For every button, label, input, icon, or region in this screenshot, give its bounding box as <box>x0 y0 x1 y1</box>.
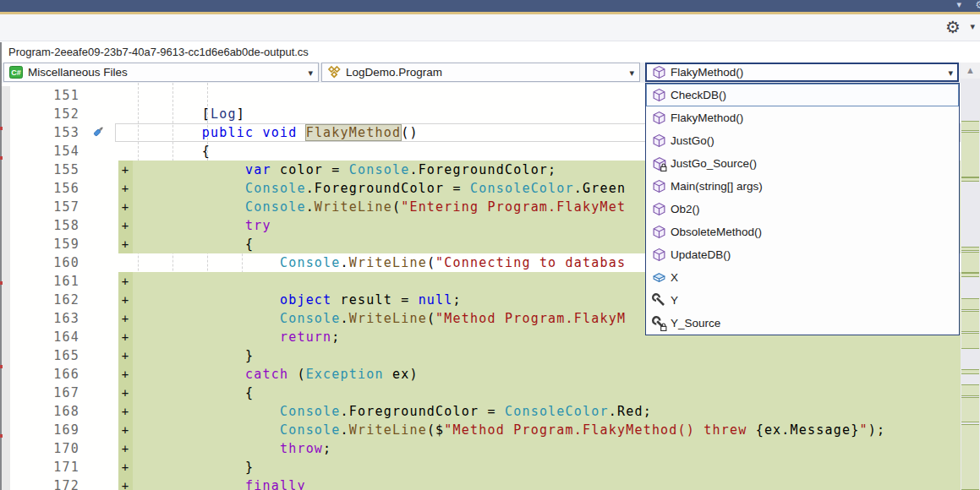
line-number: 154 <box>10 142 85 161</box>
project-dropdown-label: Miscellaneous Files <box>28 66 128 79</box>
vertical-scrollbar[interactable]: ▲ <box>961 63 980 490</box>
dropdown-item-label: FlakyMethod() <box>671 112 743 124</box>
code-text[interactable]: } <box>133 346 961 365</box>
dropdown-item[interactable]: Main(string[] args) <box>646 175 959 198</box>
code-token: ( <box>288 367 305 382</box>
code-token: throw <box>280 441 323 456</box>
dropdown-item[interactable]: ObsoleteMethod() <box>646 220 959 243</box>
code-text[interactable]: { <box>133 384 961 402</box>
code-token: ; <box>453 292 462 308</box>
dropdown-item[interactable]: Y <box>646 289 959 312</box>
code-line[interactable]: 167+ { <box>0 384 961 402</box>
code-token: Console <box>245 181 306 196</box>
code-token <box>133 478 245 490</box>
line-number: 163 <box>10 309 85 328</box>
method-icon <box>651 111 667 126</box>
code-line[interactable]: 170+ throw; <box>0 439 961 458</box>
glyph-margin <box>85 216 118 235</box>
scroll-up-arrow-icon[interactable]: ▲ <box>961 63 980 79</box>
code-line[interactable]: 168+ Console.ForegroundColor = ConsoleCo… <box>0 402 961 421</box>
line-number: 157 <box>10 198 85 216</box>
code-text[interactable]: catch (Exception ex) <box>133 365 961 384</box>
glyph-margin <box>85 291 118 309</box>
dropdown-item[interactable]: CheckDB() <box>646 84 959 106</box>
code-token <box>133 181 245 196</box>
settings-dropdown-arrow-icon[interactable]: ▾ <box>970 21 975 32</box>
code-text[interactable]: } <box>133 458 961 476</box>
member-dropdown[interactable]: FlakyMethod() ▾ <box>645 63 959 82</box>
method-icon <box>651 248 667 263</box>
dropdown-item[interactable]: Ob2() <box>646 198 959 220</box>
glyph-margin <box>85 346 118 365</box>
dropdown-item[interactable]: FlakyMethod() <box>646 106 959 129</box>
code-line[interactable]: 166+ catch (Exception ex) <box>0 365 961 384</box>
chevron-down-icon[interactable]: ▾ <box>956 0 961 10</box>
scrollbar-change-mark <box>961 298 979 310</box>
property-icon <box>651 293 667 308</box>
code-text[interactable]: throw; <box>133 439 961 458</box>
document-header: Program-2eeafe09-23b7-40a7-9613-cc1d6e6a… <box>0 41 980 63</box>
line-number: 165 <box>10 346 85 365</box>
code-token: var <box>245 162 271 177</box>
chevron-down-icon[interactable]: ▾ <box>308 68 313 79</box>
dropdown-item[interactable]: X <box>646 266 959 289</box>
code-token <box>297 125 305 140</box>
code-token <box>133 329 280 345</box>
dropdown-item[interactable]: Y_Source <box>646 312 959 335</box>
dropdown-item[interactable]: JustGo_Source() <box>646 152 959 175</box>
code-token: ; <box>323 441 331 456</box>
code-line[interactable]: 165+ } <box>0 346 961 365</box>
quick-actions-screwdriver-icon[interactable] <box>90 125 105 140</box>
code-text[interactable]: finally <box>133 476 961 490</box>
dropdown-item[interactable]: JustGo() <box>646 129 959 152</box>
code-token: ConsoleColor <box>470 181 574 196</box>
diff-added-marker: + <box>118 458 133 476</box>
class-icon <box>326 65 342 79</box>
glyph-margin <box>85 309 118 328</box>
code-token: WriteLine <box>349 255 427 270</box>
dropdown-item-label: X <box>671 271 678 284</box>
code-text[interactable]: Console.WriteLine($"Method Program.Flaky… <box>133 421 961 439</box>
code-token <box>254 125 262 140</box>
toolbar: ⚙ ▾ <box>0 14 980 41</box>
code-token: .ForegroundColor = <box>341 404 505 419</box>
chevron-down-icon[interactable]: ▾ <box>948 68 953 79</box>
glyph-margin <box>85 253 118 272</box>
diff-margin <box>118 123 133 142</box>
glyph-margin <box>85 328 118 346</box>
code-text[interactable]: Console.ForegroundColor = ConsoleColor.R… <box>133 402 961 421</box>
diff-added-marker: + <box>118 161 133 179</box>
code-token <box>133 311 280 326</box>
method-icon <box>651 65 666 79</box>
code-token: "Connecting to databas <box>435 255 626 270</box>
glyph-margin <box>85 421 118 439</box>
code-token: Console <box>280 404 341 419</box>
diff-added-marker: + <box>118 216 133 235</box>
document-filename: Program-2eeafe09-23b7-40a7-9613-cc1d6e6a… <box>8 46 309 58</box>
gear-icon[interactable]: ⚙ <box>975 0 980 11</box>
code-token: "Method Program.FlakyM <box>435 311 626 326</box>
code-token: void <box>262 125 297 140</box>
line-number: 156 <box>10 179 85 198</box>
chevron-down-icon[interactable]: ▾ <box>629 68 634 79</box>
code-token: .ForegroundColor = <box>306 181 470 196</box>
glyph-margin <box>85 86 118 105</box>
settings-gear-icon[interactable]: ⚙ <box>945 17 961 37</box>
method-icon <box>651 133 667 149</box>
method-icon <box>651 202 667 217</box>
member-dropdown-label: FlakyMethod() <box>671 66 743 79</box>
diff-margin <box>118 86 133 105</box>
code-token: ($ <box>427 422 444 438</box>
code-line[interactable]: 169+ Console.WriteLine($"Method Program.… <box>0 421 961 439</box>
diff-added-marker: + <box>118 235 133 253</box>
type-dropdown[interactable]: LogDemo.Program ▾ <box>321 63 640 82</box>
dropdown-item[interactable]: UpdateDB() <box>646 243 959 266</box>
glyph-margin <box>85 235 118 253</box>
code-token: WriteLine <box>349 311 427 326</box>
code-line[interactable]: 171+ } <box>0 458 961 476</box>
code-line[interactable]: 172+ finally <box>0 476 961 490</box>
glyph-margin <box>85 402 118 421</box>
code-token: ConsoleColor <box>505 404 609 419</box>
project-dropdown[interactable]: C# Miscellaneous Files ▾ <box>3 63 319 82</box>
code-token <box>133 404 280 419</box>
